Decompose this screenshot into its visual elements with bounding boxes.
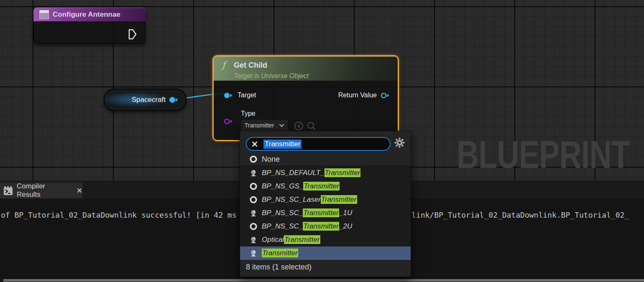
match-highlight: Transmitter [321, 195, 357, 204]
node-get-child[interactable]: ƒ Get Child Target is Universe Object Ta… [212, 55, 399, 141]
class-search-input[interactable]: Transmitter [246, 137, 391, 151]
node-configure-antennae-header: Configure Antennae [33, 8, 146, 21]
function-icon: ƒ [222, 60, 225, 70]
compiler-output-text-left: of BP_Tutorial_02_DataDownlink successfu… [1, 211, 237, 219]
list-item-class[interactable]: BP_NS_SC_Transmitter_1U [240, 206, 411, 220]
class-picker-popup: Transmitter [240, 131, 411, 277]
none-ring-icon [249, 155, 258, 163]
picker-item-count: 8 items (1 selected) [246, 263, 312, 272]
collapsed-graph-icon [39, 10, 49, 19]
compiler-results-icon [3, 186, 13, 196]
use-selected-asset-icon[interactable] [294, 121, 304, 131]
spacecraft-output-pin[interactable] [169, 97, 179, 103]
search-input-value: Transmitter [263, 140, 302, 149]
blueprint-watermark: BLUEPRINT [457, 133, 630, 177]
type-class-dropdown[interactable]: Transmitter [241, 119, 288, 131]
exec-output-pin[interactable] [128, 28, 137, 40]
chevron-down-icon [279, 124, 284, 127]
return-value-pin-label: Return Value [338, 91, 377, 99]
tab-label: Compiler Results [17, 182, 71, 199]
tab-compiler-results[interactable]: Compiler Results [0, 183, 82, 198]
settings-gear-icon[interactable] [394, 137, 405, 148]
match-highlight: Transmitter [303, 222, 339, 231]
list-item-none[interactable]: None [240, 152, 411, 166]
browse-asset-search-icon[interactable] [307, 121, 316, 131]
node-title: Get Child [234, 61, 267, 70]
node-title: Configure Antennae [53, 10, 120, 19]
list-item-class[interactable]: OpticalTransmitter [240, 233, 411, 246]
match-highlight: Transmitter [303, 208, 339, 217]
target-input-pin[interactable] [224, 92, 233, 99]
list-item-class[interactable]: BP_NS_SC_LaserTransmitter [240, 193, 411, 206]
target-pin-label: Target [238, 91, 256, 99]
node-subtitle: Target is Universe Object [234, 72, 309, 80]
clear-search-icon[interactable] [251, 141, 258, 147]
list-item-class[interactable]: BP_NS_GS_Transmitter [240, 180, 411, 193]
horizontal-scrollbar[interactable] [3, 279, 644, 282]
blueprint-editor: BLUEPRINT Configure Antennae Spacecraft [0, 0, 644, 282]
node-configure-antennae[interactable]: Configure Antennae [33, 8, 146, 44]
list-item-class[interactable]: BP_NS_DEFAULT_Transmitter [240, 166, 411, 180]
blueprint-class-icon [249, 209, 258, 217]
class-ring-icon [249, 196, 258, 204]
tab-close-icon[interactable] [77, 188, 82, 193]
type-class-dropdown-value: Transmitter [245, 122, 274, 129]
match-highlight: Transmitter [325, 168, 361, 177]
variable-label: Spacecraft [105, 89, 166, 110]
type-input-pin[interactable] [224, 118, 233, 124]
blueprint-class-icon [249, 169, 258, 177]
class-ring-icon [249, 222, 258, 231]
blueprint-class-icon [249, 249, 258, 257]
compiler-output-text-right: link/BP_Tutorial_02_DataDownlink.BP_Tuto… [411, 211, 629, 219]
blueprint-class-icon [249, 236, 258, 244]
list-item-class-selected[interactable]: Transmitter [240, 246, 411, 260]
type-pin-label: Type [241, 110, 256, 117]
match-highlight: Transmitter [262, 249, 298, 257]
match-highlight: Transmitter [284, 235, 320, 244]
class-list: None BP_NS_DEFAULT_Transmitter BP_NS_GS_… [240, 152, 411, 260]
return-value-output-pin[interactable] [381, 92, 390, 99]
list-item-class[interactable]: BP_NS_SC_Transmitter_2U [240, 220, 411, 233]
class-ring-icon [249, 182, 258, 191]
match-highlight: Transmitter [303, 182, 340, 191]
node-spacecraft-variable[interactable]: Spacecraft [104, 89, 187, 111]
